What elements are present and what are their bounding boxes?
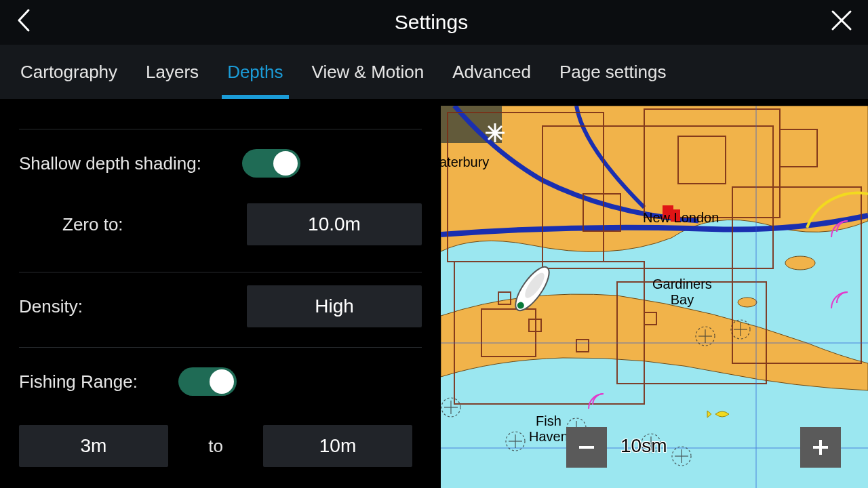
svg-point-3 <box>738 298 757 307</box>
density-value-button[interactable]: High <box>247 285 422 327</box>
zero-to-label: Zero to: <box>62 214 123 235</box>
density-label: Density: <box>19 296 83 317</box>
row-density: Density: High <box>19 272 422 340</box>
plus-icon <box>809 436 832 459</box>
body: Shallow depth shading: Zero to: 10.0m De… <box>0 99 868 488</box>
tab-advanced[interactable]: Advanced <box>439 45 545 99</box>
tab-view-motion[interactable]: View & Motion <box>298 45 438 99</box>
fishing-range-to-button[interactable]: 10m <box>263 425 412 467</box>
zero-to-value-button[interactable]: 10.0m <box>247 203 422 245</box>
tab-depths[interactable]: Depths <box>214 45 296 99</box>
row-shallow-shading: Shallow depth shading: <box>19 129 422 197</box>
row-zero-to: Zero to: 10.0m <box>19 197 422 251</box>
close-icon <box>830 9 853 32</box>
fishing-range-toggle[interactable] <box>178 367 237 396</box>
row-fishing-range: Fishing Range: <box>19 348 422 415</box>
minus-icon <box>575 436 598 459</box>
zoom-in-button[interactable] <box>800 427 841 468</box>
title-bar: Settings <box>0 0 868 45</box>
shallow-shading-toggle[interactable] <box>242 149 300 178</box>
tab-label: Cartography <box>20 62 117 83</box>
shallow-shading-label: Shallow depth shading: <box>19 153 201 174</box>
fishing-range-to-label: to <box>182 436 250 457</box>
fishing-range-from-button[interactable]: 3m <box>19 425 168 467</box>
fishing-range-to-value: 10m <box>319 435 356 457</box>
close-button[interactable] <box>830 9 853 36</box>
map-scale-label: 10sm <box>620 435 667 457</box>
toggle-knob <box>210 369 234 394</box>
fishing-range-from-value: 3m <box>81 435 107 457</box>
chevron-left-icon <box>15 7 33 33</box>
tab-layers[interactable]: Layers <box>132 45 212 99</box>
svg-rect-25 <box>671 209 680 222</box>
zoom-out-button[interactable] <box>566 427 607 468</box>
svg-point-2 <box>785 256 815 270</box>
tab-label: Advanced <box>452 62 531 83</box>
settings-pane: Shallow depth shading: Zero to: 10.0m De… <box>0 99 441 488</box>
toggle-knob <box>273 151 298 176</box>
tab-label: View & Motion <box>312 62 425 83</box>
fishing-range-label: Fishing Range: <box>19 371 138 392</box>
density-value: High <box>315 296 354 317</box>
tab-label: Depths <box>227 62 283 83</box>
back-button[interactable] <box>15 7 33 37</box>
page-title: Settings <box>33 11 830 34</box>
map-preview[interactable]: aterbury New London Gardiners Bay Fish H… <box>441 106 868 488</box>
tab-label: Page settings <box>559 62 667 83</box>
row-fishing-range-values: 3m to 10m <box>19 415 422 476</box>
tab-cartography[interactable]: Cartography <box>7 45 131 99</box>
tab-bar: Cartography Layers Depths View & Motion … <box>0 45 868 99</box>
tab-page-settings[interactable]: Page settings <box>546 45 680 99</box>
zero-to-value: 10.0m <box>308 214 361 235</box>
tab-label: Layers <box>146 62 199 83</box>
